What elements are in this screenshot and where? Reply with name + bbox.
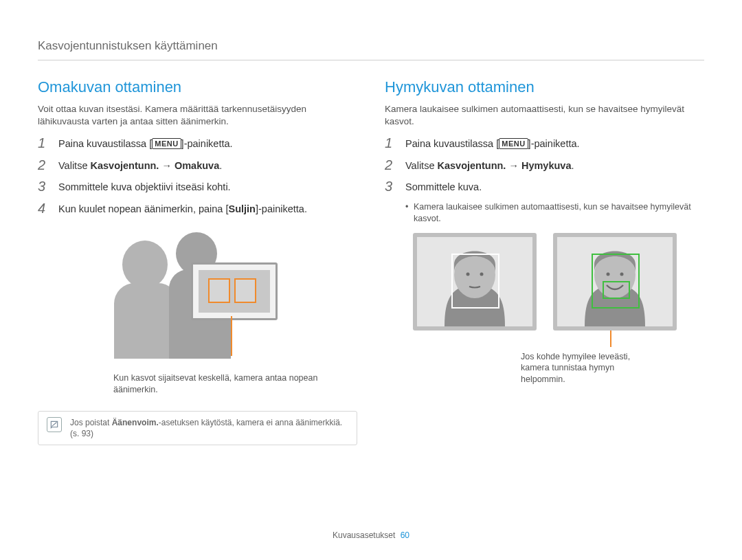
left-heading: Omakuvan ottaminen: [38, 77, 357, 98]
note-icon: [47, 417, 62, 432]
breadcrumb: Kasvojentunnistuksen käyttäminen: [38, 38, 704, 54]
callout-line: [610, 329, 611, 347]
left-column: Omakuvan ottaminen Voit ottaa kuvan itse…: [38, 77, 357, 446]
footer-label: Kuvausasetukset: [333, 530, 395, 540]
right-intro: Kamera laukaisee sulkimen automaattisest…: [385, 103, 704, 128]
left-intro: Voit ottaa kuvan itsestäsi. Kamera määri…: [38, 103, 357, 128]
smile-caption: Jos kohde hymyilee leveästi, kamera tunn…: [521, 351, 658, 386]
left-step-4: Kun kuulet nopean äänimerkin, paina [Sul…: [58, 201, 307, 216]
right-sub-bullet: Kamera laukaisee sulkimen automaattisest…: [405, 201, 704, 225]
page-footer: Kuvausasetukset 60: [0, 530, 742, 541]
right-step-3: Sommittele kuva.: [405, 179, 482, 194]
menu-icon: MENU: [152, 138, 181, 149]
step-number: 3: [385, 179, 397, 193]
right-steps: 1 Paina kuvaustilassa [MENU]-painiketta.…: [385, 136, 704, 194]
menu-icon: MENU: [499, 138, 528, 149]
left-step-3: Sommittele kuva objektiivi itseäsi kohti…: [58, 179, 231, 194]
step-number: 2: [385, 158, 397, 172]
note-text: Jos poistat Äänenvoim.-asetuksen käytöst…: [70, 417, 348, 439]
right-step-1: Paina kuvaustilassa [MENU]-painiketta.: [405, 136, 580, 151]
left-steps: 1 Paina kuvaustilassa [MENU]-painiketta.…: [38, 136, 357, 216]
step-number: 4: [38, 201, 50, 215]
selfie-illustration: Kun kasvot sijaitsevat keskellä, kamera …: [38, 228, 357, 396]
smile-frame-smiling: [553, 233, 677, 331]
step-number: 1: [385, 136, 397, 150]
footer-page-number: 60: [401, 530, 409, 540]
left-step-2: Valitse Kasvojentunn. → Omakuva.: [58, 158, 222, 173]
step-number: 3: [38, 179, 50, 193]
step-number: 1: [38, 136, 50, 150]
smile-frame-neutral: [413, 233, 537, 331]
note-box: Jos poistat Äänenvoim.-asetuksen käytöst…: [38, 411, 357, 445]
right-heading: Hymykuvan ottaminen: [385, 77, 704, 98]
left-step-1: Paina kuvaustilassa [MENU]-painiketta.: [58, 136, 233, 151]
right-column: Hymykuvan ottaminen Kamera laukaisee sul…: [385, 77, 704, 446]
selfie-caption: Kun kasvot sijaitsevat keskellä, kamera …: [113, 372, 319, 396]
smile-illustration-row: [385, 233, 704, 331]
right-step-2: Valitse Kasvojentunn. → Hymykuva.: [405, 158, 574, 173]
divider: [38, 60, 704, 60]
step-number: 2: [38, 158, 50, 172]
